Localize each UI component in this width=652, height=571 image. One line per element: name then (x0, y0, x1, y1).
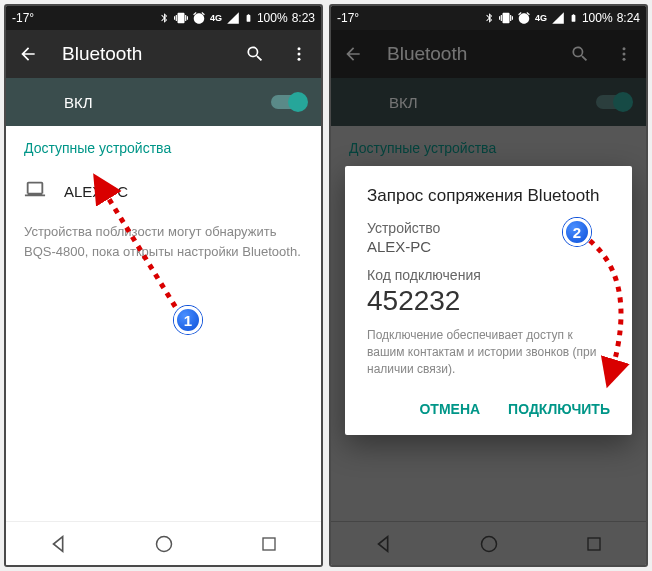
alarm-icon (192, 11, 206, 25)
pairing-dialog: Запрос сопряжения Bluetooth Устройство A… (345, 166, 632, 435)
device-name: ALEX-PC (64, 183, 128, 200)
phone-screenshot-2: -17° 4G 100% 8:24 Bluetooth ВКЛ Доступны… (329, 4, 648, 567)
dialog-code-label: Код подключения (367, 267, 610, 283)
back-icon[interactable] (18, 44, 38, 64)
vibrate-icon (174, 11, 188, 25)
nav-home-icon[interactable] (478, 533, 500, 555)
status-bar: -17° 4G 100% 8:24 (331, 6, 646, 30)
status-temp: -17° (12, 11, 34, 25)
dialog-title: Запрос сопряжения Bluetooth (367, 186, 610, 206)
svg-point-8 (623, 58, 626, 61)
bluetooth-toggle-row[interactable]: ВКЛ (6, 78, 321, 126)
data-icon: 4G (535, 13, 547, 23)
back-icon[interactable] (343, 44, 363, 64)
data-icon: 4G (210, 13, 222, 23)
svg-point-2 (298, 58, 301, 61)
bluetooth-toggle-row[interactable]: ВКЛ (331, 78, 646, 126)
svg-point-1 (298, 53, 301, 56)
nav-bar (331, 521, 646, 565)
status-time: 8:24 (617, 11, 640, 25)
status-temp: -17° (337, 11, 359, 25)
search-icon[interactable] (245, 44, 265, 64)
svg-point-7 (623, 53, 626, 56)
device-row-alexpc[interactable]: ALEX-PC (24, 174, 303, 222)
section-header: Доступные устройства (24, 140, 303, 156)
page-title: Bluetooth (62, 43, 221, 65)
dialog-info-text: Подключение обеспечивает доступ к вашим … (367, 327, 610, 377)
status-bar: -17° 4G 100% 8:23 (6, 6, 321, 30)
vibrate-icon (499, 11, 513, 25)
svg-point-0 (298, 47, 301, 50)
page-title: Bluetooth (387, 43, 546, 65)
annotation-badge-1: 1 (174, 306, 202, 334)
cancel-button[interactable]: ОТМЕНА (419, 401, 480, 417)
svg-rect-4 (263, 538, 275, 550)
app-bar: Bluetooth (6, 30, 321, 78)
toggle-label: ВКЛ (347, 94, 596, 111)
laptop-icon (24, 178, 46, 204)
bluetooth-icon (484, 11, 495, 25)
confirm-button[interactable]: ПОДКЛЮЧИТЬ (508, 401, 610, 417)
svg-point-6 (623, 47, 626, 50)
nav-home-icon[interactable] (153, 533, 175, 555)
battery-icon (569, 11, 578, 25)
toggle-switch[interactable] (271, 95, 305, 109)
nav-back-icon[interactable] (48, 533, 70, 555)
annotation-badge-2: 2 (563, 218, 591, 246)
nav-recents-icon[interactable] (258, 533, 280, 555)
signal-icon (551, 11, 565, 25)
signal-icon (226, 11, 240, 25)
toggle-switch[interactable] (596, 95, 630, 109)
section-header: Доступные устройства (349, 140, 628, 156)
svg-rect-10 (588, 538, 600, 550)
search-icon[interactable] (570, 44, 590, 64)
svg-point-3 (156, 536, 171, 551)
hint-text: Устройства поблизости могут обнаружить B… (24, 222, 303, 261)
status-time: 8:23 (292, 11, 315, 25)
content-area: Доступные устройства ALEX-PC Устройства … (6, 126, 321, 275)
svg-point-9 (481, 536, 496, 551)
toggle-label: ВКЛ (22, 94, 271, 111)
nav-bar (6, 521, 321, 565)
nav-back-icon[interactable] (373, 533, 395, 555)
more-icon[interactable] (614, 44, 634, 64)
app-bar: Bluetooth (331, 30, 646, 78)
more-icon[interactable] (289, 44, 309, 64)
battery-icon (244, 11, 253, 25)
nav-recents-icon[interactable] (583, 533, 605, 555)
alarm-icon (517, 11, 531, 25)
battery-percent: 100% (257, 11, 288, 25)
battery-percent: 100% (582, 11, 613, 25)
dialog-code-value: 452232 (367, 285, 610, 317)
phone-screenshot-1: -17° 4G 100% 8:23 Bluetooth ВКЛ Доступны… (4, 4, 323, 567)
bluetooth-icon (159, 11, 170, 25)
